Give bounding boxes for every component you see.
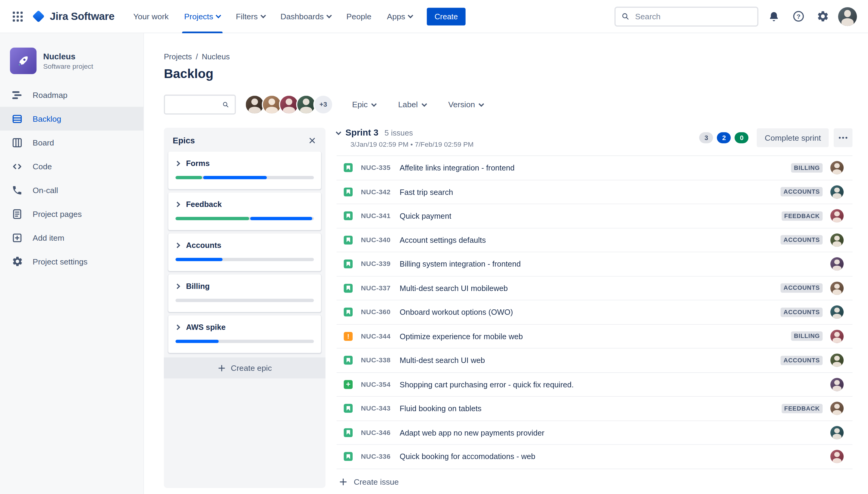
close-icon[interactable] — [308, 136, 316, 145]
sidebar-item-code[interactable]: Code — [0, 154, 144, 178]
chevron-right-icon[interactable] — [175, 283, 180, 289]
jira-logo[interactable]: Jira Software — [31, 9, 114, 24]
epic-name: AWS spike — [186, 323, 225, 331]
issue-key: NUC-343 — [361, 404, 396, 412]
backlog-icon — [11, 112, 24, 125]
sidebar-item-project-pages[interactable]: Project pages — [0, 202, 144, 226]
issue-assignee-avatar[interactable] — [830, 233, 844, 247]
issue-assignee-avatar[interactable] — [830, 258, 844, 271]
create-issue-button[interactable]: Create issue — [337, 469, 401, 494]
project-avatar[interactable] — [10, 48, 36, 74]
sidebar-item-project-settings[interactable]: Project settings — [0, 249, 144, 273]
nav-projects[interactable]: Projects — [176, 0, 228, 33]
issue-assignee-avatar[interactable] — [830, 161, 844, 174]
issue-row[interactable]: NUC-360 Onboard workout options (OWO) AC… — [337, 300, 853, 324]
app-switcher-button[interactable] — [9, 7, 26, 25]
sidebar-item-board[interactable]: Board — [0, 130, 144, 154]
question-icon: ? — [792, 10, 805, 23]
issue-row[interactable]: NUC-339 Billing system integration - fro… — [337, 252, 853, 277]
issue-row[interactable]: NUC-337 Multi-dest search UI mobileweb A… — [337, 276, 853, 300]
issue-row[interactable]: NUC-335 Affelite links integration - fro… — [337, 156, 853, 180]
jira-logo-icon — [31, 9, 46, 24]
epic-card-accounts[interactable]: Accounts — [168, 233, 321, 271]
grid-icon — [11, 10, 24, 23]
nav-filters[interactable]: Filters — [228, 0, 273, 33]
epic-card-feedback[interactable]: Feedback — [168, 192, 321, 230]
create-button[interactable]: Create — [427, 7, 466, 25]
chevron-right-icon[interactable] — [175, 202, 180, 207]
nav-people[interactable]: People — [339, 0, 379, 33]
nav-label: Dashboards — [280, 12, 324, 20]
sprint-more-button[interactable] — [834, 128, 852, 147]
nav-apps[interactable]: Apps — [379, 0, 420, 33]
create-epic-label: Create epic — [231, 364, 272, 372]
issue-row[interactable]: NUC-346 Adapt web app no new payments pr… — [337, 421, 853, 445]
sidebar-item-add-item[interactable]: Add item — [0, 226, 144, 249]
issue-assignee-avatar[interactable] — [830, 305, 844, 319]
sidebar-item-oncall[interactable]: On-call — [0, 178, 144, 202]
issue-row[interactable]: NUC-336 Quick booking for accomodations … — [337, 445, 853, 469]
nav-dashboards[interactable]: Dashboards — [273, 0, 339, 33]
issue-title: Adapt web app no new payments provider — [400, 428, 544, 437]
issue-assignee-avatar[interactable] — [830, 402, 844, 415]
issue-assignee-avatar[interactable] — [830, 354, 844, 367]
backlog-search-input[interactable] — [171, 100, 219, 110]
sprint-header-left: Sprint 3 5 issues 3/Jan/19 02:59 PM • 7/… — [337, 128, 474, 148]
add-item-icon — [11, 231, 24, 244]
version-filter-dropdown[interactable]: Version — [445, 100, 486, 110]
epic-filter-dropdown[interactable]: Epic — [349, 100, 379, 110]
issue-title: Fast trip search — [400, 187, 453, 196]
chevron-down-icon[interactable] — [336, 129, 341, 135]
epic-progress-bar — [176, 340, 314, 343]
global-search[interactable] — [614, 6, 759, 26]
complete-sprint-button[interactable]: Complete sprint — [757, 128, 829, 147]
sidebar-item-roadmap[interactable]: Roadmap — [0, 83, 144, 107]
plus-icon — [218, 364, 226, 372]
sprint-title-row[interactable]: Sprint 3 5 issues — [337, 128, 474, 138]
issue-assignee-avatar[interactable] — [830, 209, 844, 223]
issue-assignee-avatar[interactable] — [830, 378, 844, 391]
create-epic-button[interactable]: Create epic — [164, 358, 326, 379]
issue-row[interactable]: NUC-340 Account settings defaults ACCOUN… — [337, 228, 853, 252]
chevron-right-icon[interactable] — [175, 243, 180, 248]
issue-assignee-avatar[interactable] — [830, 450, 844, 463]
issue-row[interactable]: NUC-342 Fast trip search ACCOUNTS — [337, 180, 853, 204]
nav-your-work[interactable]: Your work — [125, 0, 176, 33]
breadcrumb-projects[interactable]: Projects — [164, 52, 192, 61]
issue-row[interactable]: NUC-343 Fluid booking on tablets FEEDBAC… — [337, 397, 853, 421]
chevron-right-icon[interactable] — [175, 160, 180, 166]
issue-type-icon — [344, 211, 353, 220]
issue-type-icon — [344, 452, 353, 461]
settings-button[interactable] — [814, 7, 832, 25]
issue-assignee-avatar[interactable] — [830, 185, 844, 198]
sidebar-item-backlog[interactable]: Backlog — [0, 107, 144, 130]
issue-assignee-avatar[interactable] — [830, 426, 844, 439]
epic-card-aws-spike[interactable]: AWS spike — [168, 316, 321, 353]
epic-card-forms[interactable]: Forms — [168, 152, 321, 189]
chevron-right-icon[interactable] — [175, 324, 180, 329]
backlog-search[interactable] — [164, 95, 236, 114]
issue-title: Fluid booking on tablets — [400, 404, 482, 413]
label-filter-dropdown[interactable]: Label — [395, 100, 429, 110]
help-button[interactable]: ? — [789, 7, 807, 25]
issue-row[interactable]: NUC-354 Shopping cart purchasing error -… — [337, 373, 853, 397]
plus-icon — [339, 477, 348, 486]
issue-title: Quick booking for accomodations - web — [400, 452, 535, 461]
profile-avatar[interactable] — [838, 7, 857, 25]
pages-icon — [11, 207, 24, 221]
global-search-input[interactable] — [634, 12, 752, 21]
issue-label-badge: ACCOUNTS — [781, 187, 823, 196]
issue-assignee-avatar[interactable] — [830, 329, 844, 343]
phone-icon — [11, 184, 24, 197]
project-name: Nucleus — [43, 52, 93, 61]
issue-row[interactable]: NUC-344 Optimize experience for mobile w… — [337, 324, 853, 348]
notifications-button[interactable] — [765, 7, 783, 25]
epic-card-billing[interactable]: Billing — [168, 274, 321, 312]
avatar-overflow-count[interactable]: +3 — [313, 95, 333, 114]
issue-assignee-avatar[interactable] — [830, 281, 844, 294]
issue-row[interactable]: NUC-338 Multi-dest search UI web ACCOUNT… — [337, 348, 853, 373]
settings-gear-icon — [11, 255, 24, 268]
breadcrumb-nucleus[interactable]: Nucleus — [202, 52, 230, 61]
issue-row[interactable]: NUC-341 Quick payment FEEDBACK — [337, 204, 853, 228]
epic-name: Forms — [186, 159, 210, 168]
